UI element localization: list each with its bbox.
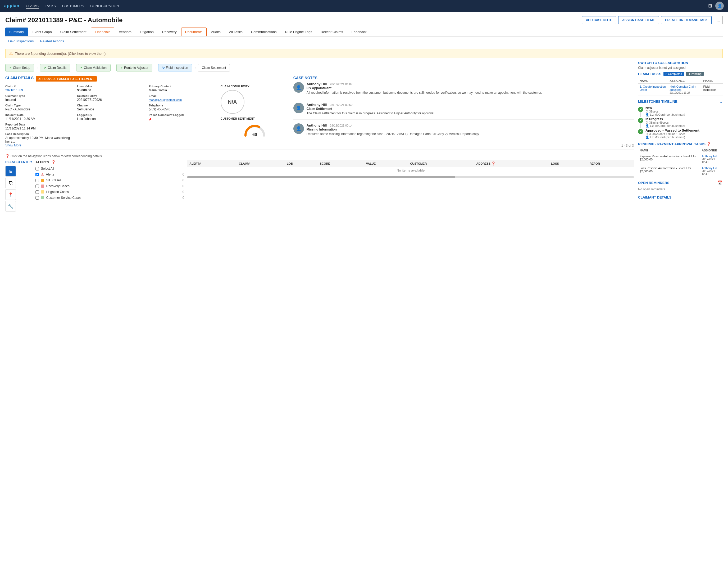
grid-icon[interactable]: ⊞ xyxy=(708,3,712,9)
tab-litigation[interactable]: Litigation xyxy=(136,28,158,36)
workflow: ✔ Claim Setup → ✔ Claim Details → ✔ Clai… xyxy=(5,61,634,76)
nav-tasks[interactable]: TASKS xyxy=(45,4,56,8)
tab-claim-settlement[interactable]: Claim Settlement xyxy=(56,28,90,36)
milestone-row-approved: ✔ Approved - Passed to Settlement ⏱ 35da… xyxy=(638,128,723,139)
reserve-assignee-link-2[interactable]: Anthony Hill xyxy=(702,167,718,170)
reserve-name-1: Expense Reserve Authorization - Level 1 … xyxy=(638,153,700,165)
approved-badge: APPROVED - PASSED TO SETTLEMENT xyxy=(36,76,97,81)
reserve-date-1: 20/12/2021 12:49 xyxy=(702,158,721,164)
wf-step-label: Claim Settlement xyxy=(202,66,226,70)
claim-tasks-header: CLAIM TASKS 8 Completed 4 Pending xyxy=(638,72,723,76)
entity-nav-location[interactable]: 📍 xyxy=(5,189,16,200)
entity-nav-screen[interactable]: 🖥 xyxy=(5,166,16,177)
tab-rule-engine[interactable]: Rule Engine Logs xyxy=(281,28,316,36)
milestone-detail-inprogress: ⏱ 38mins 49secs xyxy=(646,121,723,124)
customer-service-row: Customer Service Cases 0 xyxy=(35,195,184,201)
not-assigned-text: Claim adjuster is not yet assigned. xyxy=(638,66,723,70)
reserve-name-2: Loss Reserve Authorization - Level 1 for… xyxy=(638,165,700,177)
claimant-details-header: CLAIMANT DETAILS xyxy=(638,195,723,199)
note-avatar-1: 👤 xyxy=(293,82,304,93)
alerts-table-body: No items available xyxy=(187,167,634,174)
siu-icon xyxy=(41,179,44,182)
litigation-checkbox[interactable] xyxy=(35,190,39,194)
assign-case-button[interactable]: ASSIGN CASE TO ME xyxy=(618,16,659,24)
milestone-connector-approved: ✔ xyxy=(638,128,643,134)
tab-recovery[interactable]: Recovery xyxy=(158,28,181,36)
col-address: ADDRESS ❓ xyxy=(474,160,549,167)
task-assignee-link-1[interactable]: High Complex Claim adjusters xyxy=(669,85,696,91)
note-content-1: Anthony Hill 28/12/2021 01:07 Fix Appoin… xyxy=(306,82,542,95)
task-link-1[interactable]: 1. Create Inspection Order xyxy=(640,85,665,91)
chevron-down-icon[interactable]: ⌄ xyxy=(719,99,723,104)
no-items-text: No items available xyxy=(187,167,634,174)
loss-value-field: Loss Value $5,000.00 Related Policy 2021… xyxy=(77,85,145,147)
loss-description-value: At approximately 10:30 PM, Maria was dri… xyxy=(5,136,74,143)
wf-arrow-4: → xyxy=(153,66,157,70)
note-type-2: Claim Settlement xyxy=(306,107,332,111)
nav-customers[interactable]: CUSTOMERS xyxy=(62,4,84,8)
address-help-icon[interactable]: ❓ xyxy=(491,162,496,165)
case-notes-title: CASE NOTES xyxy=(293,76,634,80)
alert-banner[interactable]: ⚠ There are 3 pending document(s). (Clic… xyxy=(5,49,723,58)
header-buttons: ADD CASE NOTE ASSIGN CASE TO ME CREATE O… xyxy=(582,16,723,24)
litigation-icon xyxy=(41,190,44,194)
note-content-2: Anthony Hill 28/12/2021 00:50 Claim Sett… xyxy=(306,103,435,116)
show-more-link[interactable]: Show More xyxy=(5,143,22,147)
badge-completed: 8 Completed xyxy=(663,72,684,76)
app-logo: appian xyxy=(4,3,20,8)
tab-field-inspections[interactable]: Field Inspections xyxy=(5,38,37,44)
tab-feedback[interactable]: Feedback xyxy=(348,28,371,36)
tab-summary[interactable]: Summary xyxy=(5,28,28,36)
no-items-row: No items available xyxy=(187,167,634,174)
customer-service-checkbox[interactable] xyxy=(35,196,39,200)
tab-event-graph[interactable]: Event Graph xyxy=(29,28,56,36)
task-assignee-1: High Complex Claim adjusters 20/12/2021 … xyxy=(668,83,701,96)
claim-number-value[interactable]: 2021011389 xyxy=(5,89,23,92)
siu-label: SIU Cases xyxy=(46,178,61,182)
claim-tasks-table: NAME ASSIGNEE PHASE 1. Create Inspection… xyxy=(638,78,723,96)
create-task-button[interactable]: CREATE ON-DEMAND TASK xyxy=(661,16,712,24)
alerts-table-scroll[interactable]: ALERT# CLAIM# LOB SCORE VALUE CUSTOMER A… xyxy=(187,160,634,174)
tab-all-tasks[interactable]: All Tasks xyxy=(225,28,247,36)
tasks-table-body: 1. Create Inspection Order High Complex … xyxy=(638,83,723,96)
claim-tasks-label: CLAIM TASKS xyxy=(638,72,661,76)
tab-related-actions[interactable]: Related Actions xyxy=(38,38,67,44)
add-case-note-button[interactable]: ADD CASE NOTE xyxy=(582,16,616,24)
entity-nav-image[interactable]: 🖼 xyxy=(5,178,16,188)
tab-vendors[interactable]: Vendors xyxy=(115,28,136,36)
reserve-help-icon[interactable]: ❓ xyxy=(706,142,711,146)
recovery-checkbox[interactable] xyxy=(35,184,39,188)
alerts-label: Alerts xyxy=(46,173,54,176)
reserve-assignee-link-1[interactable]: Anthony Hill xyxy=(702,155,718,158)
telephone-label: Telephone xyxy=(149,104,217,107)
tab-financials[interactable]: Financials xyxy=(91,28,114,36)
calendar-icon[interactable]: 📅 xyxy=(718,180,723,185)
entity-nav-tools[interactable]: 🔧 xyxy=(5,201,16,211)
tab-documents[interactable]: Documents xyxy=(181,28,207,36)
alerts-help-icon[interactable]: ❓ xyxy=(51,160,56,164)
alerts-table-container: ALERT# CLAIM# LOB SCORE VALUE CUSTOMER A… xyxy=(187,160,634,211)
tab-audits[interactable]: Audits xyxy=(207,28,225,36)
milestone-connector-new: ✔ xyxy=(638,106,643,117)
open-reminders-header: OPEN REMINDERS 📅 xyxy=(638,180,723,185)
loss-value-label: Loss Value xyxy=(77,85,145,88)
milestone-check-approved: ✔ xyxy=(638,129,643,134)
switch-collaboration-link[interactable]: SWITCH TO COLLABORATION xyxy=(638,61,688,65)
select-all-checkbox[interactable] xyxy=(35,167,39,170)
email-value[interactable]: mariag123@yopmail.com xyxy=(149,98,182,101)
horizontal-scrollbar[interactable] xyxy=(187,176,634,178)
more-button[interactable]: ... xyxy=(714,16,723,24)
tab-communications[interactable]: Communications xyxy=(247,28,281,36)
nav-configuration[interactable]: CONFIGURATION xyxy=(90,4,119,8)
nav-claims[interactable]: CLAIMS xyxy=(26,4,39,9)
tab-recent-claims[interactable]: Recent Claims xyxy=(317,28,347,36)
milestone-track: ✔ New ⏱ 39secs 👤 Liz McCord (ben.bushman… xyxy=(638,106,723,139)
related-policy-value: 20210727170926 xyxy=(77,98,145,102)
alerts-checkbox[interactable] xyxy=(35,173,39,176)
logged-by-value: Lisa Johnson xyxy=(77,117,145,121)
incident-date-value: 11/11/2021 10:30 AM xyxy=(5,117,74,121)
siu-checkbox[interactable] xyxy=(35,179,39,182)
milestones-label: MILESTONES TIMELINE xyxy=(638,100,678,103)
checkbox-list: Select All ⚠ Alerts 0 SIU xyxy=(35,166,184,201)
channel-label: Channel xyxy=(77,104,145,107)
